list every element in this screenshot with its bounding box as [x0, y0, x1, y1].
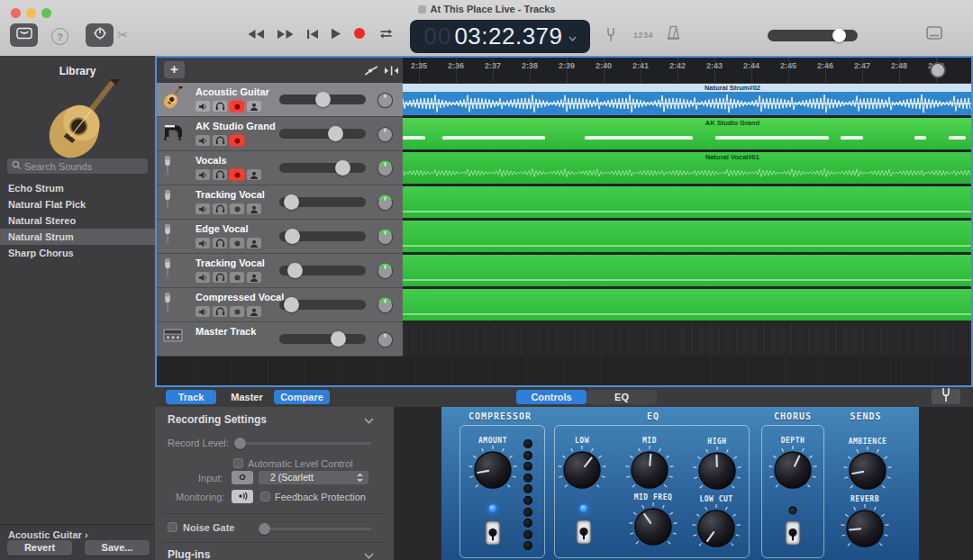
plugins-title[interactable]: Plug-ins [168, 548, 210, 560]
solo-button[interactable] [213, 306, 227, 317]
mute-button[interactable] [196, 306, 210, 317]
mute-button[interactable] [196, 101, 210, 112]
pan-knob[interactable] [377, 297, 394, 318]
tuner-button[interactable] [932, 389, 960, 404]
track-header-master-track[interactable]: Master Track [157, 322, 403, 357]
region-natural-strum-02[interactable]: Natural Strum#02 [403, 84, 971, 115]
track-volume-knob[interactable] [331, 331, 346, 347]
library-item-natural-stereo[interactable]: Natural Stereo [0, 212, 155, 229]
record-enable-button[interactable] [230, 135, 244, 146]
pan-knob[interactable] [377, 229, 394, 249]
pan-knob[interactable] [377, 263, 394, 284]
record-enable-button[interactable] [230, 306, 244, 317]
mute-button[interactable] [196, 203, 210, 214]
lcd-time-display[interactable]: 00 03:22.379 [410, 20, 590, 53]
catch-playhead-icon[interactable] [384, 64, 399, 80]
tuner-icon[interactable] [605, 27, 616, 46]
pan-knob[interactable] [377, 160, 394, 181]
knob-reverb[interactable] [840, 503, 890, 554]
power-toggle-switch[interactable] [783, 519, 803, 551]
pan-knob[interactable] [377, 92, 394, 113]
display-mode-icon[interactable] [926, 26, 942, 43]
track-volume-slider[interactable] [279, 163, 366, 173]
automation-icon[interactable] [364, 64, 379, 80]
input-button[interactable] [247, 272, 261, 283]
tab-master[interactable]: Master [222, 390, 272, 404]
play-button[interactable] [331, 27, 341, 43]
record-enable-button[interactable] [230, 272, 244, 283]
master-volume-slider[interactable] [768, 30, 858, 41]
region-master-track[interactable] [403, 323, 971, 356]
automatic-level-checkbox[interactable] [233, 458, 243, 468]
noise-gate-knob[interactable] [259, 523, 270, 535]
track-volume-knob[interactable] [284, 194, 299, 210]
pan-knob[interactable] [377, 194, 394, 215]
solo-button[interactable] [213, 169, 227, 180]
solo-button[interactable] [213, 135, 227, 146]
cycle-button[interactable] [377, 27, 395, 43]
solo-button[interactable] [213, 272, 227, 283]
knob-mid[interactable] [624, 445, 675, 495]
record-button[interactable] [353, 27, 366, 43]
track-header-edge-vocal[interactable]: Edge Vocal [157, 220, 403, 254]
revert-button[interactable]: Revert [7, 540, 72, 555]
rewind-button[interactable] [247, 27, 265, 43]
track-volume-slider[interactable] [279, 95, 366, 104]
track-header-tracking-vocal[interactable]: Tracking Vocal [157, 254, 403, 288]
mute-button[interactable] [196, 135, 210, 146]
mute-button[interactable] [196, 238, 210, 248]
tab-eq[interactable]: EQ [587, 390, 657, 404]
noise-gate-checkbox[interactable] [168, 522, 177, 532]
feedback-protection-checkbox[interactable] [260, 492, 270, 501]
ruler-knob[interactable] [930, 62, 946, 78]
track-volume-knob[interactable] [284, 297, 299, 312]
track-header-compressed-vocal[interactable]: Compressed Vocal [157, 288, 403, 322]
track-volume-slider[interactable] [279, 197, 366, 207]
count-in-button[interactable]: 1234 [633, 31, 653, 40]
record-enable-button[interactable] [230, 101, 244, 112]
knob-amount[interactable] [468, 445, 518, 495]
tab-controls[interactable]: Controls [516, 390, 587, 404]
track-volume-knob[interactable] [328, 126, 343, 141]
record-enable-button[interactable] [230, 203, 244, 214]
region-compressed-vocal[interactable] [403, 289, 971, 321]
input-button[interactable] [247, 238, 261, 248]
add-track-button[interactable]: + [164, 61, 185, 78]
region-natural-vocal-01[interactable]: Natural Vocal#01 [403, 152, 971, 184]
pan-knob[interactable] [377, 126, 394, 147]
metronome-icon[interactable] [667, 25, 680, 44]
knob-low[interactable] [557, 445, 607, 495]
search-sounds-field[interactable]: Search Sounds [7, 158, 148, 174]
power-toggle-switch[interactable] [574, 518, 594, 550]
power-toggle-switch[interactable] [483, 519, 503, 551]
track-volume-slider[interactable] [279, 129, 366, 139]
input-button[interactable] [247, 101, 261, 112]
smart-controls-button[interactable] [86, 23, 114, 47]
lcd-mode-chevron-icon[interactable] [568, 29, 577, 45]
forward-button[interactable] [277, 27, 295, 43]
region-ak-studio-grand[interactable]: AK Studio Grand [403, 118, 971, 149]
region-tracking-vocal[interactable] [403, 255, 971, 286]
track-header-vocals[interactable]: Vocals [157, 151, 403, 185]
recording-settings-title[interactable]: Recording Settings [168, 413, 267, 426]
mute-button[interactable] [196, 169, 210, 180]
knob-high[interactable] [692, 446, 742, 496]
track-volume-slider[interactable] [279, 300, 366, 310]
region-edge-vocal[interactable] [403, 221, 971, 252]
save-button[interactable]: Save... [85, 540, 150, 555]
go-to-beginning-button[interactable] [306, 27, 319, 43]
track-volume-knob[interactable] [335, 160, 350, 176]
track-volume-slider[interactable] [279, 231, 366, 241]
mute-button[interactable] [196, 272, 210, 283]
record-enable-button[interactable] [230, 238, 244, 248]
track-volume-knob[interactable] [315, 92, 331, 107]
knob-ambience[interactable] [842, 446, 893, 496]
library-item-echo-strum[interactable]: Echo Strum [0, 180, 155, 196]
record-enable-button[interactable] [230, 169, 244, 180]
solo-button[interactable] [213, 203, 227, 214]
library-toggle-button[interactable] [10, 23, 38, 47]
track-volume-knob[interactable] [285, 229, 300, 244]
input-monitoring-button[interactable] [232, 490, 253, 503]
input-button[interactable] [247, 169, 261, 180]
record-level-track[interactable] [241, 442, 371, 445]
